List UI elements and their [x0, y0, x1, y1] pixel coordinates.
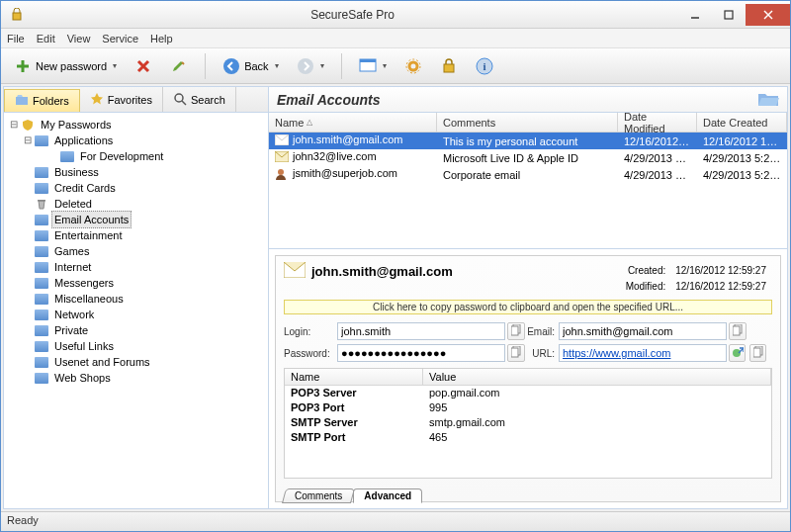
tree-item[interactable]: Network [8, 307, 268, 322]
tree-item[interactable]: Entertainment [8, 227, 268, 243]
tree-for-development[interactable]: For Development [8, 148, 268, 164]
adv-col-value[interactable]: Value [423, 369, 771, 385]
tree-item[interactable]: Useful Links [8, 338, 268, 354]
view-button[interactable]: ▾ [352, 53, 394, 79]
folder-icon [34, 133, 49, 148]
back-button[interactable]: Back ▾ [216, 53, 285, 79]
menu-view[interactable]: View [67, 33, 91, 44]
sort-asc-icon: △ [307, 118, 312, 127]
tree-item[interactable]: Internet [8, 259, 268, 275]
tree-item[interactable]: Private [8, 322, 268, 338]
svg-point-20 [278, 169, 284, 175]
svg-rect-8 [360, 59, 376, 62]
info-button[interactable]: i [469, 53, 500, 79]
svg-rect-0 [13, 13, 21, 20]
lock-button[interactable] [433, 53, 465, 79]
tab-search-label: Search [191, 94, 225, 106]
adv-col-name[interactable]: Name [285, 369, 423, 385]
menu-file[interactable]: File [7, 33, 25, 44]
svg-point-9 [409, 62, 417, 70]
adv-row[interactable]: POP3 Port995 [285, 400, 771, 415]
close-button[interactable] [746, 4, 790, 26]
folder-tree[interactable]: ⊟ My Passwords ⊟ Applications For Develo… [4, 113, 268, 508]
trash-icon [34, 196, 49, 212]
list-row[interactable]: jsmith@superjob.com Corporate email 4/29… [269, 166, 787, 183]
forward-button[interactable]: ▾ [290, 53, 331, 79]
email-input[interactable] [559, 322, 727, 340]
svg-rect-30 [753, 348, 760, 357]
col-modified[interactable]: Date Modified [618, 113, 697, 132]
copy-email-button[interactable] [729, 322, 747, 340]
login-input[interactable] [337, 322, 505, 340]
folder-icon [34, 291, 49, 307]
tab-advanced[interactable]: Advanced [353, 488, 422, 503]
col-created[interactable]: Date Created [697, 113, 787, 132]
app-window: SecureSafe Pro File Edit View Service He… [0, 0, 791, 532]
new-password-button[interactable]: New password ▾ [7, 53, 124, 79]
col-name[interactable]: Name△ [269, 113, 437, 132]
adv-row[interactable]: SMTP Serversmtp.gmail.com [285, 415, 771, 430]
svg-rect-25 [733, 326, 740, 335]
edit-button[interactable] [163, 53, 195, 79]
info-icon: i [476, 57, 493, 75]
tree-item[interactable]: Business [8, 164, 268, 180]
tab-comments[interactable]: Comments [282, 488, 355, 503]
collapse-icon[interactable]: ⊟ [8, 117, 20, 133]
tree-item[interactable]: Miscellaneous [8, 291, 268, 307]
tree-item[interactable]: Messengers [8, 275, 268, 291]
open-folder-icon[interactable] [757, 90, 779, 110]
svg-point-15 [175, 94, 183, 102]
folder-star-icon [15, 93, 29, 109]
adv-row[interactable]: POP3 Serverpop.gmail.com [285, 386, 771, 400]
copy-login-button[interactable] [507, 322, 525, 340]
detail-fields: Login: Email: Password: URL: https://www… [276, 320, 780, 368]
tree-item[interactable]: Web Shops [8, 370, 268, 386]
detail-title: john.smith@gmail.com [311, 264, 453, 279]
tree-item[interactable]: Games [8, 243, 268, 259]
tree-deleted[interactable]: Deleted [8, 196, 268, 212]
main-area: Folders Favorites Search ⊟ My Passwords [3, 86, 788, 509]
maximize-button[interactable] [712, 4, 746, 26]
list-row[interactable]: john32@live.com Microsoft Live ID & Appl… [269, 149, 787, 166]
settings-button[interactable] [397, 53, 429, 79]
copy-password-button[interactable] [507, 344, 525, 362]
list-row[interactable]: john.smith@gmail.com This is my personal… [269, 133, 787, 149]
svg-text:i: i [483, 60, 485, 72]
tree-email-accounts[interactable]: Email Accounts [8, 212, 268, 227]
tab-favorites[interactable]: Favorites [80, 87, 163, 112]
toolbar: New password ▾ Back ▾ ▾ ▾ [1, 48, 790, 84]
copy-password-bar[interactable]: Click here to copy password to clipboard… [284, 300, 772, 314]
tab-folders-label: Folders [33, 95, 69, 107]
tree-root[interactable]: ⊟ My Passwords [8, 117, 268, 133]
url-link[interactable]: https://www.gmail.com [559, 344, 727, 362]
col-comments[interactable]: Comments [437, 113, 618, 132]
tab-search[interactable]: Search [163, 87, 236, 112]
adv-row[interactable]: SMTP Port465 [285, 430, 771, 445]
tree-item[interactable]: Credit Cards [8, 180, 268, 196]
folder-icon [59, 148, 75, 164]
tab-folders[interactable]: Folders [4, 89, 80, 112]
svg-rect-23 [511, 326, 518, 335]
email-label: Email: [525, 326, 559, 337]
plus-icon [14, 57, 32, 75]
copy-url-button[interactable] [749, 344, 766, 362]
sidebar-tabs: Folders Favorites Search [4, 87, 268, 113]
svg-rect-27 [511, 348, 518, 357]
tree-applications[interactable]: ⊟ Applications [8, 133, 268, 148]
delete-button[interactable] [128, 53, 159, 79]
gear-icon [404, 57, 422, 75]
menu-service[interactable]: Service [102, 33, 138, 44]
password-input[interactable] [337, 344, 505, 362]
copy-icon [733, 324, 743, 338]
collapse-icon[interactable]: ⊟ [22, 133, 34, 148]
password-label: Password: [284, 348, 337, 359]
content-header: Email Accounts [269, 87, 787, 113]
browse-url-button[interactable] [729, 344, 746, 362]
menu-help[interactable]: Help [150, 33, 173, 44]
tree-item[interactable]: Usenet and Forums [8, 354, 268, 370]
list-body[interactable]: john.smith@gmail.com This is my personal… [269, 133, 787, 248]
menu-edit[interactable]: Edit [37, 33, 55, 44]
minimize-button[interactable] [678, 4, 712, 26]
copy-icon [511, 324, 521, 338]
svg-rect-17 [38, 200, 45, 202]
